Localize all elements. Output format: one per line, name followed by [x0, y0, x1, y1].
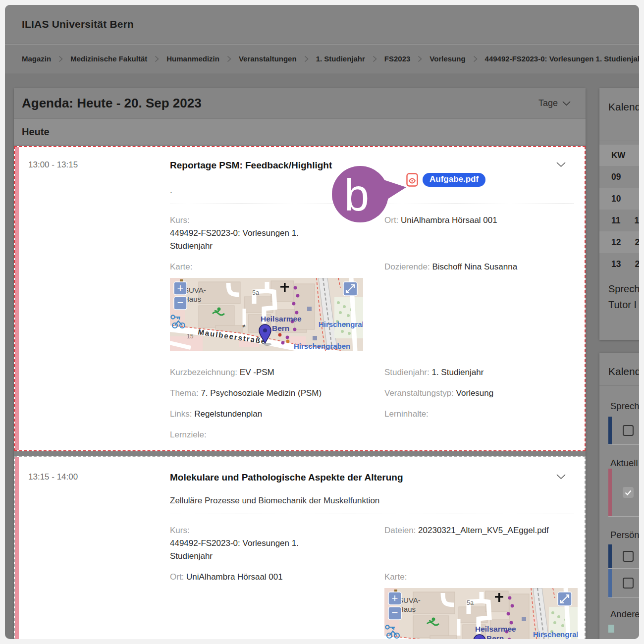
divider [599, 141, 639, 141]
svg-text:5a: 5a [252, 289, 259, 296]
svg-text:Bern: Bern [272, 324, 289, 332]
top-header-bar: ILIAS Universität Bern [5, 5, 639, 44]
agenda-title: Agenda: Heute - 20. Sep 2023 [22, 96, 202, 111]
breadcrumb-item-course[interactable]: 449492-FS2023-0: Vorlesungen 1. Studienj… [485, 54, 639, 63]
field-thema: Thema: 7. Psychosoziale Medizin (PSM) [170, 387, 384, 400]
field-ort: Ort: UniAlhambra Hörsaal 001 [170, 571, 384, 639]
divider [599, 385, 639, 386]
breadcrumb-item-humanmedizin[interactable]: Humanmedizin [166, 54, 219, 63]
svg-text:Hirschengraben: Hirschengraben [533, 630, 578, 639]
event-description: . [170, 186, 574, 196]
calendar-widget-panel: Kalender KW Mo 09 10 1113 1220 1327 [599, 88, 639, 340]
field-karte: Karte: [170, 261, 384, 351]
section-aktuell: Aktuell [599, 458, 639, 469]
field-ort-value: UniAlhambra Hörsaal 001 [401, 215, 497, 225]
agenda-section-heute: Heute [14, 119, 586, 145]
week-row-13[interactable]: 1327 [599, 253, 639, 275]
location-map[interactable]: SUVA- Haus 5a 15 Heilsarmee Bern [384, 588, 578, 639]
svg-text:Heilsarmee: Heilsarmee [261, 315, 302, 323]
field-links: Links: Regelstundenplan [170, 408, 384, 421]
checkbox-unchecked[interactable] [623, 578, 634, 589]
breadcrumb-item-vorlesung[interactable]: Vorlesung [429, 54, 465, 63]
legend-item-tutor[interactable]: Tutor I [608, 297, 639, 313]
checkbox-unchecked[interactable] [623, 425, 634, 436]
breadcrumb-separator-icon [473, 55, 478, 62]
dateien-file-link[interactable]: 20230321_Altern_KV5_AEggel.pdf [418, 526, 549, 535]
calendar-color-bar [608, 569, 612, 597]
breadcrumb-item-veranstaltungen[interactable]: Veranstaltungen [239, 54, 297, 63]
checkbox-unchecked[interactable] [623, 551, 634, 562]
openstreetmap-canvas[interactable]: SUVA- Haus 5a 15 Heilsarmee Bern [170, 278, 363, 351]
svg-text:15: 15 [187, 333, 194, 340]
field-lernziele: Lernziele: [170, 429, 384, 441]
panel-title: Kalender [599, 353, 639, 377]
map-zoom-out-button[interactable]: − [174, 296, 187, 310]
checkbox-checked[interactable] [623, 487, 634, 498]
calendar-item-sprechstunden[interactable] [608, 417, 639, 445]
week-row-09[interactable]: 09 [599, 166, 639, 188]
field-lerninhalte: Lerninhalte: [384, 408, 574, 421]
breadcrumb-separator-icon [304, 55, 309, 62]
week-table: KW Mo 09 10 1113 1220 1327 [599, 145, 639, 275]
calendar-color-bar [608, 417, 612, 444]
event-color-bar [15, 147, 19, 450]
field-dateien: Dateien: 20230321_Altern_KV5_AEggel.pdf [384, 524, 574, 563]
event-subtitle: Zelluläre Prozesse und Biomechanik der M… [170, 496, 574, 506]
svg-text:+: + [392, 592, 398, 604]
section-sprechstunden: Sprechstunden [599, 401, 639, 412]
view-mode-dropdown[interactable]: Tage [538, 98, 571, 108]
chevron-down-icon [556, 162, 566, 167]
view-mode-label: Tage [538, 98, 558, 108]
event-title[interactable]: Reportage PSM: Feedback/Highlight [170, 160, 555, 171]
svg-text:−: − [392, 606, 398, 619]
breadcrumb-item-fakultaet[interactable]: Medizinische Fakultät [70, 54, 147, 63]
agenda-panel-header: Agenda: Heute - 20. Sep 2023 Tage [14, 88, 586, 119]
field-kurs-value[interactable]: 449492-FS2023-0: Vorlesungen 1. Studienj… [170, 537, 315, 563]
week-row-11[interactable]: 1113 [599, 210, 639, 231]
pdf-file-icon [406, 173, 418, 187]
svg-text:+: + [177, 282, 184, 294]
agenda-event-card-1: 13:00 - 13:15 Reportage PSM: Feedback/Hi… [14, 146, 586, 451]
section-persoenliche-kalender: Persönliche Kalender [599, 530, 639, 540]
field-kurs-value[interactable]: 449492-FS2023-0: Vorlesungen 1. Studienj… [170, 227, 315, 253]
event-time: 13:00 - 13:15 [28, 160, 170, 170]
event-time: 13:15 - 14:00 [28, 472, 170, 482]
calendar-item-personal-1[interactable] [608, 544, 639, 569]
calendar-item-aktuell[interactable] [608, 469, 639, 517]
breadcrumb-item-fs2023[interactable]: FS2023 [384, 54, 411, 63]
event-title[interactable]: Molekulare und Pathologische Aspekte der… [170, 472, 555, 483]
map-expand-button[interactable] [343, 282, 357, 296]
openstreetmap-canvas[interactable]: SUVA- Haus 5a 15 Heilsarmee Bern [384, 588, 578, 639]
collapse-event-button[interactable] [556, 162, 566, 167]
field-dozierende: Dozierende: Bischoff Nina Susanna [384, 261, 574, 351]
field-ort: Ort: UniAlhambra Hörsaal 001 [384, 214, 574, 253]
event-color-bar [15, 457, 19, 639]
breadcrumb-separator-icon [227, 55, 231, 62]
week-table-header: KW Mo [599, 145, 639, 166]
calendar-item-personal-2[interactable] [608, 569, 639, 598]
svg-text:Heilsarmee: Heilsarmee [475, 625, 516, 633]
chevron-down-icon [556, 474, 566, 480]
breadcrumb-separator-icon [155, 55, 159, 62]
location-map[interactable]: SUVA- Haus 5a 15 Heilsarmee Bern [170, 278, 363, 351]
legend-item-sprechstunden[interactable]: Sprechstunden [608, 281, 639, 297]
week-row-12[interactable]: 1220 [599, 231, 639, 253]
map-zoom-out-button[interactable]: − [388, 606, 401, 620]
ilias-page: ILIAS Universität Bern Magazin Medizinis… [5, 5, 639, 639]
svg-text:Hirschengraben: Hirschengraben [319, 320, 363, 328]
breadcrumb-separator-icon [418, 55, 422, 62]
map-zoom-in-button[interactable]: + [174, 282, 187, 295]
field-kurs: Kurs: 449492-FS2023-0: Vorlesungen 1. St… [170, 214, 384, 253]
breadcrumb-item-studienjahr[interactable]: 1. Studienjahr [316, 54, 365, 63]
regelstundenplan-link[interactable]: Regelstundenplan [194, 409, 262, 419]
breadcrumb-item-magazin[interactable]: Magazin [22, 54, 51, 63]
agenda-event-card-2: 13:15 - 14:00 Molekulare und Pathologisc… [14, 456, 586, 639]
attachment-link-aufgabe-pdf[interactable]: Aufgabe.pdf [406, 173, 485, 187]
map-zoom-in-button[interactable]: + [388, 592, 401, 605]
check-icon [625, 490, 632, 495]
field-dozierende-value: Bischoff Nina Susanna [432, 262, 517, 271]
week-row-10[interactable]: 10 [599, 188, 639, 210]
map-expand-button[interactable] [558, 592, 572, 606]
breadcrumb-separator-icon [58, 55, 63, 62]
collapse-event-button[interactable] [556, 474, 566, 480]
